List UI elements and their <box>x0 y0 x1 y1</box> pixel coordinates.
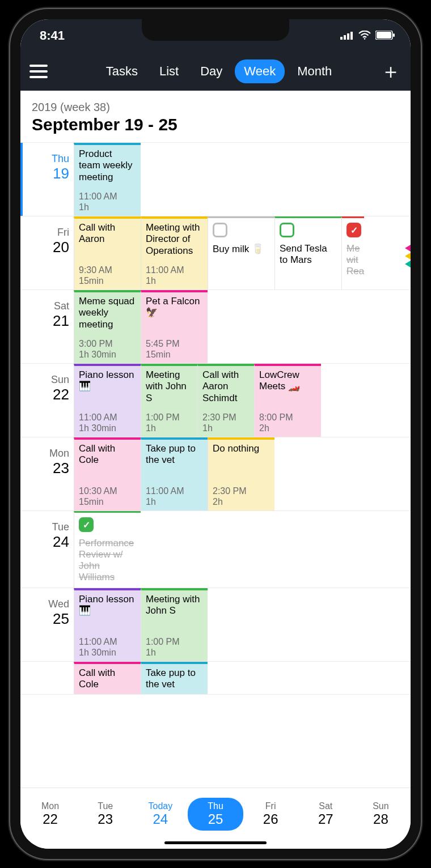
svg-rect-3 <box>350 32 353 40</box>
event-meta: 8:00 PM2h <box>259 412 316 433</box>
tab-day[interactable]: Day <box>191 59 231 83</box>
calendar-event[interactable]: Meme squad weekly meeting3:00 PM1h 30min <box>74 290 141 363</box>
event-meta: 2:30 PM2h <box>213 486 270 507</box>
event-meta: 5:45 PM15min <box>146 339 203 360</box>
day-label: Mon23 <box>20 437 74 510</box>
event-meta: 11:00 AM1h <box>79 192 136 212</box>
checkbox-icon[interactable] <box>213 223 227 237</box>
header-title: September 19 - 25 <box>32 115 399 134</box>
task-title: Performance Review w/ John Williams <box>79 538 136 583</box>
event-meta: 1:00 PM1h <box>146 637 203 658</box>
calendar-event[interactable]: Piano lesson 🎹11:00 AM1h 30min <box>74 588 141 661</box>
wifi-icon <box>358 28 371 43</box>
calendar-task[interactable]: Buy milk 🥛 <box>208 216 274 290</box>
day-label: Sun22 <box>20 364 74 437</box>
tab-list[interactable]: List <box>150 59 188 83</box>
event-title: Piano lesson 🎹 <box>79 369 136 393</box>
event-meta: 10:30 AM15min <box>79 486 136 507</box>
calendar-event[interactable]: Meeting with Director of Operations11:00… <box>141 216 208 290</box>
svg-rect-7 <box>393 33 395 37</box>
day-row: Wed25Piano lesson 🎹11:00 AM1h 30minMeeti… <box>20 588 411 662</box>
event-title: Do nothing <box>213 443 270 454</box>
calendar-event[interactable]: Do nothing2:30 PM2h <box>208 437 274 510</box>
event-title: Call with Aaron Schimdt <box>202 369 250 404</box>
calendar-event[interactable]: Piano lesson 🎹11:00 AM1h 30min <box>74 364 141 437</box>
event-title: Call with Cole <box>79 667 136 691</box>
calendar-event[interactable]: Meeting with John S1:00 PM1h <box>141 364 197 437</box>
calendar-event[interactable]: Take pup to the vet11:00 AM1h <box>141 437 208 510</box>
event-meta: 11:00 AM1h 30min <box>79 412 136 433</box>
add-button[interactable]: ＋ <box>380 58 402 86</box>
calendar-event[interactable]: Meeting with John S1:00 PM1h <box>141 588 208 661</box>
event-meta: 2:30 PM1h <box>202 412 250 433</box>
calendar-event[interactable]: Call with Cole10:30 AM15min <box>74 437 141 510</box>
event-title: Pet a Falcon 🦅 <box>146 296 203 319</box>
date-scroller-day[interactable]: Mon22 <box>23 801 78 827</box>
header-sub: 2019 (week 38) <box>32 101 399 114</box>
day-row: Call with ColeTake pup to the vet <box>20 662 411 695</box>
day-row: Sun22Piano lesson 🎹11:00 AM1h 30minMeeti… <box>20 364 411 437</box>
day-label: Fri20 <box>20 216 74 290</box>
event-meta: 11:00 AM1h <box>146 265 203 286</box>
checkbox-icon[interactable] <box>280 223 294 237</box>
event-meta: 11:00 AM1h 30min <box>79 637 136 658</box>
date-scroller-day[interactable]: Thu25 <box>188 798 243 831</box>
calendar-event[interactable]: Call with Aaron Schimdt2:30 PM1h <box>197 364 254 437</box>
svg-rect-0 <box>340 37 343 40</box>
day-row: Thu19Product team weekly meeting11:00 AM… <box>20 143 411 216</box>
calendar-task[interactable]: Send Tesla to Mars <box>274 216 341 290</box>
day-row: Sat21Meme squad weekly meeting3:00 PM1h … <box>20 290 411 364</box>
day-label: Thu19 <box>20 143 74 216</box>
event-title: Piano lesson 🎹 <box>79 594 136 617</box>
date-scroller-day[interactable]: Today24 <box>133 801 188 827</box>
day-label <box>20 662 74 694</box>
calendar-task[interactable]: ✓Performance Review w/ John Williams <box>74 511 141 588</box>
date-scroller[interactable]: Mon22Tue23Today24Thu25Fri26Sat27Sun28 <box>20 788 411 849</box>
event-title: Meeting with Director of Operations <box>146 222 203 257</box>
event-title: LowCrew Meets 🏎️ <box>259 369 316 393</box>
tab-month[interactable]: Month <box>288 59 341 83</box>
checkbox-icon[interactable]: ✓ <box>347 223 361 237</box>
date-scroller-day[interactable]: Fri26 <box>243 801 298 827</box>
day-label: Sat21 <box>20 290 74 363</box>
menu-icon[interactable] <box>29 65 48 78</box>
calendar-event[interactable]: Take pup to the vet <box>141 662 208 694</box>
svg-rect-2 <box>347 33 349 40</box>
event-meta: 9:30 AM15min <box>79 265 136 286</box>
event-title: Meeting with John S <box>146 594 203 617</box>
status-time: 8:41 <box>40 28 65 43</box>
task-title: Buy milk 🥛 <box>213 243 270 255</box>
calendar-event[interactable]: Call with Aaron9:30 AM15min <box>74 216 141 290</box>
signal-icon <box>340 28 354 43</box>
date-scroller-day[interactable]: Sat27 <box>298 801 353 827</box>
overflow-indicator[interactable] <box>405 245 411 267</box>
nav-bar: TasksListDayWeekMonth ＋ <box>20 52 411 91</box>
home-indicator <box>164 841 267 844</box>
calendar-event[interactable]: LowCrew Meets 🏎️8:00 PM2h <box>254 364 321 437</box>
event-title: Product team weekly meeting <box>79 148 136 183</box>
event-title: Meeting with John S <box>146 369 193 404</box>
week-body[interactable]: Thu19Product team weekly meeting11:00 AM… <box>20 143 411 788</box>
event-meta: 11:00 AM1h <box>146 486 203 507</box>
event-meta: 1:00 PM1h <box>146 412 193 433</box>
calendar-event[interactable]: Call with Cole <box>74 662 141 694</box>
event-title: Take pup to the vet <box>146 667 203 691</box>
event-meta: 3:00 PM1h 30min <box>79 339 136 360</box>
tab-week[interactable]: Week <box>235 59 285 83</box>
day-row: Fri20Call with Aaron9:30 AM15minMeeting … <box>20 216 411 290</box>
tab-tasks[interactable]: Tasks <box>97 59 147 83</box>
day-row: Mon23Call with Cole10:30 AM15minTake pup… <box>20 437 411 511</box>
event-title: Call with Cole <box>79 443 136 466</box>
event-title: Call with Aaron <box>79 222 136 245</box>
date-scroller-day[interactable]: Tue23 <box>78 801 133 827</box>
calendar-task[interactable]: ✓Me wit Rea <box>341 216 364 290</box>
event-title: Meme squad weekly meeting <box>79 296 136 330</box>
checkbox-icon[interactable]: ✓ <box>79 517 94 532</box>
calendar-event[interactable]: Product team weekly meeting11:00 AM1h <box>74 143 141 216</box>
svg-rect-1 <box>344 35 346 40</box>
day-label: Wed25 <box>20 588 74 661</box>
date-scroller-day[interactable]: Sun28 <box>353 801 408 827</box>
calendar-event[interactable]: Pet a Falcon 🦅5:45 PM15min <box>141 290 208 363</box>
battery-icon <box>375 28 395 43</box>
task-title: Me wit Rea <box>347 243 360 277</box>
